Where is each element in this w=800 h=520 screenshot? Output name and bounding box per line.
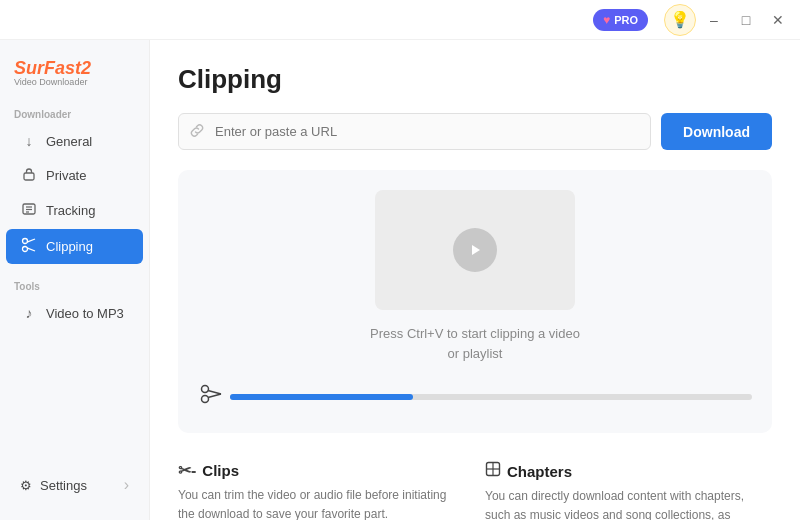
minimize-button[interactable]: – <box>700 6 728 34</box>
sidebar-label-tracking: Tracking <box>46 203 95 218</box>
feature-card-clips: ✂- Clips You can trim the video or audio… <box>178 457 465 520</box>
clips-card-desc: You can trim the video or audio file bef… <box>178 486 465 520</box>
svg-point-6 <box>23 247 28 252</box>
maximize-button[interactable]: □ <box>732 6 760 34</box>
timeline-track[interactable] <box>230 394 752 400</box>
title-bar: ♥ PRO 💡 – □ ✕ <box>0 0 800 40</box>
private-icon <box>20 167 38 184</box>
logo-subtitle: Video Downloader <box>14 77 135 87</box>
url-input-wrapper <box>178 113 651 150</box>
chapters-card-title: Chapters <box>485 461 772 481</box>
settings-chevron: › <box>124 476 129 494</box>
lightbulb-button[interactable]: 💡 <box>664 4 696 36</box>
sidebar-label-general: General <box>46 134 92 149</box>
svg-line-8 <box>27 248 35 251</box>
timeline-wrapper <box>198 381 752 413</box>
svg-rect-0 <box>24 173 34 180</box>
settings-item[interactable]: ⚙ Settings › <box>6 468 143 502</box>
svg-line-12 <box>208 391 221 395</box>
sidebar-label-private: Private <box>46 168 86 183</box>
app-layout: SurFast2 Video Downloader Downloader ↓ G… <box>0 40 800 520</box>
video-to-mp3-icon: ♪ <box>20 305 38 321</box>
pro-badge[interactable]: ♥ PRO <box>593 9 648 31</box>
logo-title: SurFast2 <box>14 58 135 79</box>
tools-section-label: Tools <box>0 275 149 296</box>
clipping-preview-area: Press Ctrl+V to start clipping a video o… <box>178 170 772 433</box>
clips-icon: ✂- <box>178 461 196 480</box>
play-icon <box>453 228 497 272</box>
close-button[interactable]: ✕ <box>764 6 792 34</box>
clipping-hint: Press Ctrl+V to start clipping a video o… <box>370 324 580 363</box>
clips-card-title: ✂- Clips <box>178 461 465 480</box>
svg-point-10 <box>202 386 209 393</box>
sidebar-item-video-to-mp3[interactable]: ♪ Video to MP3 <box>6 297 143 329</box>
url-bar-wrapper: Download <box>178 113 772 150</box>
logo-number: 2 <box>81 58 91 78</box>
sidebar-label-video-to-mp3: Video to MP3 <box>46 306 124 321</box>
settings-icon: ⚙ <box>20 478 32 493</box>
sidebar-footer: ⚙ Settings › <box>0 460 149 510</box>
video-placeholder <box>375 190 575 310</box>
sidebar-item-clipping[interactable]: Clipping <box>6 229 143 264</box>
chapters-icon <box>485 461 501 481</box>
sidebar: SurFast2 Video Downloader Downloader ↓ G… <box>0 40 150 520</box>
svg-line-13 <box>208 394 221 398</box>
sidebar-item-general[interactable]: ↓ General <box>6 125 143 157</box>
svg-line-7 <box>27 239 35 242</box>
scissors-icon <box>198 381 224 413</box>
downloader-section-label: Downloader <box>0 103 149 124</box>
sidebar-label-clipping: Clipping <box>46 239 93 254</box>
general-icon: ↓ <box>20 133 38 149</box>
timeline-fill <box>230 394 413 400</box>
feature-cards: ✂- Clips You can trim the video or audio… <box>178 457 772 520</box>
clipping-icon <box>20 237 38 256</box>
title-bar-controls: ♥ PRO 💡 – □ ✕ <box>593 4 792 36</box>
sidebar-item-private[interactable]: Private <box>6 159 143 192</box>
download-button[interactable]: Download <box>661 113 772 150</box>
page-title: Clipping <box>178 64 772 95</box>
sidebar-item-tracking[interactable]: Tracking <box>6 194 143 227</box>
tracking-icon <box>20 202 38 219</box>
svg-point-11 <box>202 396 209 403</box>
logo-name: SurFast <box>14 58 81 78</box>
settings-left: ⚙ Settings <box>20 478 87 493</box>
url-input[interactable] <box>178 113 651 150</box>
svg-point-5 <box>23 239 28 244</box>
pro-badge-label: PRO <box>614 14 638 26</box>
svg-marker-9 <box>472 245 480 255</box>
app-logo: SurFast2 Video Downloader <box>0 50 149 103</box>
main-content: Clipping Download <box>150 40 800 520</box>
chapters-card-desc: You can directly download content with c… <box>485 487 772 520</box>
feature-card-chapters: Chapters You can directly download conte… <box>485 457 772 520</box>
pro-heart-icon: ♥ <box>603 13 610 27</box>
settings-label: Settings <box>40 478 87 493</box>
